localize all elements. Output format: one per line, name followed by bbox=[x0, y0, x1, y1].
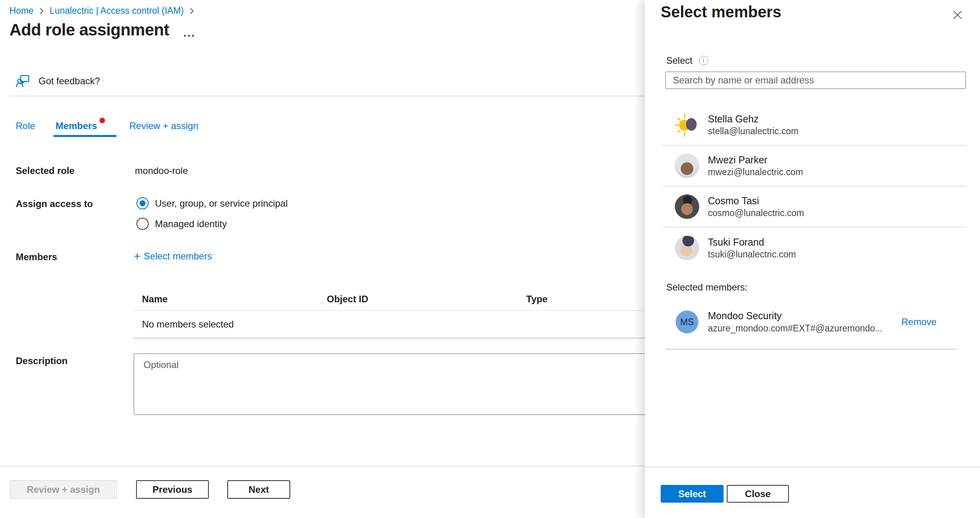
select-field: Select i bbox=[666, 55, 708, 66]
table-row: No members selected bbox=[134, 311, 676, 339]
member-name: Mwezi Parker bbox=[708, 154, 803, 166]
page-header: Add role assignment ... bbox=[9, 20, 195, 39]
members-table-header: Name Object ID Type bbox=[134, 288, 676, 311]
selected-members-divider bbox=[665, 349, 956, 350]
plus-icon: + bbox=[134, 250, 141, 262]
member-photo-avatar bbox=[675, 154, 699, 178]
remove-member-link[interactable]: Remove bbox=[901, 316, 936, 327]
panel-footer-divider bbox=[645, 467, 980, 468]
member-name: Stella Gehz bbox=[708, 113, 798, 125]
list-item-tsuki[interactable]: Tsuki Forand tsuki@lunalectric.com bbox=[663, 228, 967, 268]
selected-member-row: MS Mondoo Security azure_mondoo.com#EXT#… bbox=[645, 309, 980, 335]
breadcrumb-home-link[interactable]: Home bbox=[9, 6, 33, 16]
radio-user-group-label: User, group, or service principal bbox=[155, 198, 287, 209]
tab-role[interactable]: Role bbox=[16, 120, 35, 137]
azure-portal-screen: Home Lunalectric | Access control (IAM) … bbox=[0, 0, 980, 518]
column-header-name: Name bbox=[134, 294, 327, 305]
select-members-link-label: Select members bbox=[144, 251, 212, 262]
initials-avatar: MS bbox=[676, 311, 698, 333]
breadcrumb-chevron-icon bbox=[189, 7, 194, 15]
breadcrumb-chevron-icon bbox=[39, 7, 44, 15]
got-feedback-label: Got feedback? bbox=[39, 76, 100, 87]
sun-moon-avatar bbox=[675, 113, 699, 137]
members-label: Members bbox=[16, 252, 57, 263]
member-photo-avatar bbox=[675, 236, 699, 260]
panel-title: Select members bbox=[661, 3, 781, 21]
radio-user-group-service-principal[interactable]: User, group, or service principal bbox=[136, 197, 287, 209]
tab-members[interactable]: Members bbox=[55, 120, 97, 137]
no-members-text: No members selected bbox=[134, 319, 234, 330]
command-bar-divider bbox=[9, 96, 645, 96]
members-required-dot-icon bbox=[99, 118, 105, 123]
list-item-cosmo[interactable]: Cosmo Tasi cosmo@lunalectric.com bbox=[663, 187, 967, 228]
selected-role-value: mondoo-role bbox=[135, 165, 188, 176]
feedback-icon bbox=[16, 74, 30, 88]
select-button[interactable]: Select bbox=[661, 485, 724, 503]
selected-members-label: Selected members: bbox=[666, 282, 748, 293]
selected-member-email: azure_mondoo.com#EXT#@azuremondo... bbox=[708, 322, 896, 335]
member-email: stella@lunalectric.com bbox=[708, 125, 798, 137]
members-table: Name Object ID Type No members selected bbox=[134, 288, 676, 339]
member-email: mwezi@lunalectric.com bbox=[708, 166, 803, 178]
member-search-input[interactable] bbox=[665, 72, 966, 89]
next-button[interactable]: Next bbox=[227, 480, 290, 499]
selected-member-name: Mondoo Security bbox=[708, 309, 896, 322]
info-icon[interactable]: i bbox=[699, 56, 708, 65]
tab-review-assign[interactable]: Review + assign bbox=[129, 120, 198, 137]
got-feedback-button[interactable]: Got feedback? bbox=[16, 74, 100, 88]
close-button[interactable]: Close bbox=[727, 485, 789, 503]
select-members-panel: Select members Select i bbox=[645, 0, 980, 518]
radio-unselected-icon bbox=[136, 218, 149, 230]
member-name: Cosmo Tasi bbox=[708, 194, 804, 207]
member-email: cosmo@lunalectric.com bbox=[708, 207, 804, 219]
description-input[interactable] bbox=[134, 353, 676, 415]
breadcrumb-iam-link[interactable]: Lunalectric | Access control (IAM) bbox=[50, 6, 184, 16]
page-title: Add role assignment bbox=[9, 20, 169, 39]
close-icon[interactable] bbox=[951, 9, 964, 22]
tab-bar: Role Members Review + assign bbox=[16, 120, 198, 137]
radio-selected-icon bbox=[136, 197, 149, 209]
previous-button[interactable]: Previous bbox=[136, 480, 209, 499]
list-item-mwezi[interactable]: Mwezi Parker mwezi@lunalectric.com bbox=[663, 146, 967, 187]
column-header-object-id: Object ID bbox=[327, 294, 526, 305]
radio-managed-identity-label: Managed identity bbox=[155, 218, 227, 229]
radio-managed-identity[interactable]: Managed identity bbox=[136, 218, 227, 230]
review-assign-button[interactable]: Review + assign bbox=[10, 480, 117, 499]
footer-divider bbox=[0, 466, 645, 466]
tab-members-label: Members bbox=[55, 120, 97, 131]
select-field-label: Select bbox=[666, 55, 693, 66]
list-item-stella[interactable]: Stella Gehz stella@lunalectric.com bbox=[663, 105, 967, 146]
member-email: tsuki@lunalectric.com bbox=[708, 248, 796, 260]
selected-role-label: Selected role bbox=[16, 165, 74, 176]
member-name: Tsuki Forand bbox=[708, 236, 796, 248]
assign-access-label: Assign access to bbox=[16, 198, 93, 209]
member-suggestion-list: Stella Gehz stella@lunalectric.com Mwezi… bbox=[663, 105, 967, 268]
member-photo-avatar bbox=[675, 194, 699, 219]
breadcrumb: Home Lunalectric | Access control (IAM) bbox=[9, 6, 194, 16]
more-options-button[interactable]: ... bbox=[183, 21, 195, 39]
select-members-link[interactable]: + Select members bbox=[134, 250, 212, 262]
description-label: Description bbox=[16, 355, 68, 366]
